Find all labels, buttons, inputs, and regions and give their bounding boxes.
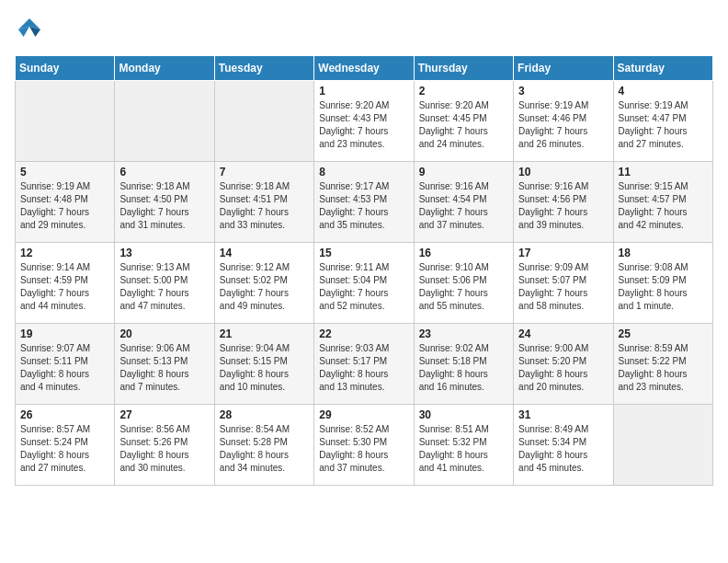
day-number: 5 <box>20 166 109 178</box>
day-info: Sunrise: 9:18 AM Sunset: 4:51 PM Dayligh… <box>220 180 309 232</box>
svg-marker-0 <box>18 18 40 29</box>
calendar-cell: 25Sunrise: 8:59 AM Sunset: 5:22 PM Dayli… <box>613 324 712 405</box>
calendar-cell: 20Sunrise: 9:06 AM Sunset: 5:13 PM Dayli… <box>115 324 214 405</box>
day-info: Sunrise: 9:19 AM Sunset: 4:48 PM Dayligh… <box>20 180 109 232</box>
calendar-cell <box>613 405 712 486</box>
calendar-week-row: 19Sunrise: 9:07 AM Sunset: 5:11 PM Dayli… <box>16 324 713 405</box>
calendar-cell: 23Sunrise: 9:02 AM Sunset: 5:18 PM Dayli… <box>414 324 513 405</box>
weekday-header-sunday: Sunday <box>16 56 115 81</box>
calendar-week-row: 12Sunrise: 9:14 AM Sunset: 4:59 PM Dayli… <box>16 243 713 324</box>
calendar-cell <box>115 81 214 162</box>
weekday-header-wednesday: Wednesday <box>314 56 414 81</box>
day-number: 22 <box>319 327 408 340</box>
day-number: 13 <box>119 247 209 259</box>
calendar-cell <box>16 81 115 162</box>
day-number: 11 <box>619 166 708 178</box>
day-info: Sunrise: 9:07 AM Sunset: 5:11 PM Dayligh… <box>20 342 109 394</box>
day-number: 3 <box>518 85 608 98</box>
day-info: Sunrise: 9:19 AM Sunset: 4:47 PM Dayligh… <box>619 99 708 151</box>
day-info: Sunrise: 9:18 AM Sunset: 4:50 PM Dayligh… <box>119 180 209 232</box>
calendar-week-row: 5Sunrise: 9:19 AM Sunset: 4:48 PM Daylig… <box>16 162 713 243</box>
calendar-cell: 19Sunrise: 9:07 AM Sunset: 5:11 PM Dayli… <box>16 324 115 405</box>
day-info: Sunrise: 8:57 AM Sunset: 5:24 PM Dayligh… <box>20 423 109 475</box>
calendar-week-row: 1Sunrise: 9:20 AM Sunset: 4:43 PM Daylig… <box>16 81 713 162</box>
weekday-header-friday: Friday <box>514 56 613 81</box>
day-number: 20 <box>119 327 209 340</box>
day-info: Sunrise: 8:51 AM Sunset: 5:32 PM Dayligh… <box>419 423 508 475</box>
weekday-header-monday: Monday <box>115 56 214 81</box>
day-info: Sunrise: 9:10 AM Sunset: 5:06 PM Dayligh… <box>419 261 508 313</box>
calendar-cell: 31Sunrise: 8:49 AM Sunset: 5:34 PM Dayli… <box>514 405 613 486</box>
page-header <box>15 15 713 44</box>
calendar-cell: 9Sunrise: 9:16 AM Sunset: 4:54 PM Daylig… <box>414 162 513 243</box>
day-number: 1 <box>319 85 408 98</box>
calendar-cell <box>214 81 313 162</box>
day-info: Sunrise: 9:14 AM Sunset: 4:59 PM Dayligh… <box>20 261 109 313</box>
day-info: Sunrise: 9:19 AM Sunset: 4:46 PM Dayligh… <box>518 99 608 151</box>
logo-icon <box>15 15 44 44</box>
calendar-body: 1Sunrise: 9:20 AM Sunset: 4:43 PM Daylig… <box>16 81 713 486</box>
day-number: 30 <box>419 408 508 421</box>
day-info: Sunrise: 9:02 AM Sunset: 5:18 PM Dayligh… <box>419 342 508 394</box>
day-number: 29 <box>319 408 408 421</box>
day-info: Sunrise: 9:08 AM Sunset: 5:09 PM Dayligh… <box>619 261 708 313</box>
day-number: 21 <box>220 327 309 340</box>
day-number: 9 <box>419 166 508 178</box>
day-info: Sunrise: 9:03 AM Sunset: 5:17 PM Dayligh… <box>319 342 408 394</box>
calendar-cell: 13Sunrise: 9:13 AM Sunset: 5:00 PM Dayli… <box>115 243 214 324</box>
day-number: 6 <box>119 166 209 178</box>
weekday-header-saturday: Saturday <box>613 56 712 81</box>
day-number: 23 <box>419 327 508 340</box>
day-info: Sunrise: 9:16 AM Sunset: 4:56 PM Dayligh… <box>518 180 608 232</box>
day-number: 26 <box>20 408 109 421</box>
day-number: 19 <box>20 327 109 340</box>
day-info: Sunrise: 9:20 AM Sunset: 4:45 PM Dayligh… <box>419 99 508 151</box>
calendar-week-row: 26Sunrise: 8:57 AM Sunset: 5:24 PM Dayli… <box>16 405 713 486</box>
calendar-cell: 18Sunrise: 9:08 AM Sunset: 5:09 PM Dayli… <box>613 243 712 324</box>
weekday-header-tuesday: Tuesday <box>214 56 313 81</box>
day-info: Sunrise: 8:59 AM Sunset: 5:22 PM Dayligh… <box>619 342 708 394</box>
weekday-header-thursday: Thursday <box>414 56 513 81</box>
calendar-cell: 29Sunrise: 8:52 AM Sunset: 5:30 PM Dayli… <box>314 405 414 486</box>
day-info: Sunrise: 9:06 AM Sunset: 5:13 PM Dayligh… <box>119 342 209 394</box>
day-info: Sunrise: 9:04 AM Sunset: 5:15 PM Dayligh… <box>220 342 309 394</box>
calendar-cell: 8Sunrise: 9:17 AM Sunset: 4:53 PM Daylig… <box>314 162 414 243</box>
day-number: 25 <box>619 327 708 340</box>
calendar-cell: 22Sunrise: 9:03 AM Sunset: 5:17 PM Dayli… <box>314 324 414 405</box>
day-number: 12 <box>20 247 109 259</box>
calendar-cell: 7Sunrise: 9:18 AM Sunset: 4:51 PM Daylig… <box>214 162 313 243</box>
day-number: 2 <box>419 85 508 98</box>
calendar-cell: 30Sunrise: 8:51 AM Sunset: 5:32 PM Dayli… <box>414 405 513 486</box>
day-info: Sunrise: 9:20 AM Sunset: 4:43 PM Dayligh… <box>319 99 408 151</box>
day-info: Sunrise: 8:52 AM Sunset: 5:30 PM Dayligh… <box>319 423 408 475</box>
day-info: Sunrise: 9:16 AM Sunset: 4:54 PM Dayligh… <box>419 180 508 232</box>
day-number: 27 <box>119 408 209 421</box>
calendar-header: SundayMondayTuesdayWednesdayThursdayFrid… <box>16 56 713 81</box>
calendar-cell: 5Sunrise: 9:19 AM Sunset: 4:48 PM Daylig… <box>16 162 115 243</box>
calendar-table: SundayMondayTuesdayWednesdayThursdayFrid… <box>15 55 713 486</box>
calendar-cell: 11Sunrise: 9:15 AM Sunset: 4:57 PM Dayli… <box>613 162 712 243</box>
calendar-cell: 4Sunrise: 9:19 AM Sunset: 4:47 PM Daylig… <box>613 81 712 162</box>
day-number: 7 <box>220 166 309 178</box>
day-number: 8 <box>319 166 408 178</box>
day-number: 31 <box>518 408 608 421</box>
day-number: 4 <box>619 85 708 98</box>
day-number: 17 <box>518 247 608 259</box>
day-number: 10 <box>518 166 608 178</box>
day-info: Sunrise: 9:13 AM Sunset: 5:00 PM Dayligh… <box>119 261 209 313</box>
calendar-cell: 21Sunrise: 9:04 AM Sunset: 5:15 PM Dayli… <box>214 324 313 405</box>
calendar-cell: 3Sunrise: 9:19 AM Sunset: 4:46 PM Daylig… <box>514 81 613 162</box>
day-info: Sunrise: 9:15 AM Sunset: 4:57 PM Dayligh… <box>619 180 708 232</box>
calendar-cell: 2Sunrise: 9:20 AM Sunset: 4:45 PM Daylig… <box>414 81 513 162</box>
calendar-cell: 6Sunrise: 9:18 AM Sunset: 4:50 PM Daylig… <box>115 162 214 243</box>
calendar-cell: 14Sunrise: 9:12 AM Sunset: 5:02 PM Dayli… <box>214 243 313 324</box>
day-info: Sunrise: 8:54 AM Sunset: 5:28 PM Dayligh… <box>220 423 309 475</box>
calendar-cell: 15Sunrise: 9:11 AM Sunset: 5:04 PM Dayli… <box>314 243 414 324</box>
day-info: Sunrise: 9:11 AM Sunset: 5:04 PM Dayligh… <box>319 261 408 313</box>
day-info: Sunrise: 9:09 AM Sunset: 5:07 PM Dayligh… <box>518 261 608 313</box>
day-info: Sunrise: 9:12 AM Sunset: 5:02 PM Dayligh… <box>220 261 309 313</box>
calendar-cell: 16Sunrise: 9:10 AM Sunset: 5:06 PM Dayli… <box>414 243 513 324</box>
calendar-cell: 10Sunrise: 9:16 AM Sunset: 4:56 PM Dayli… <box>514 162 613 243</box>
day-info: Sunrise: 9:00 AM Sunset: 5:20 PM Dayligh… <box>518 342 608 394</box>
day-number: 16 <box>419 247 508 259</box>
